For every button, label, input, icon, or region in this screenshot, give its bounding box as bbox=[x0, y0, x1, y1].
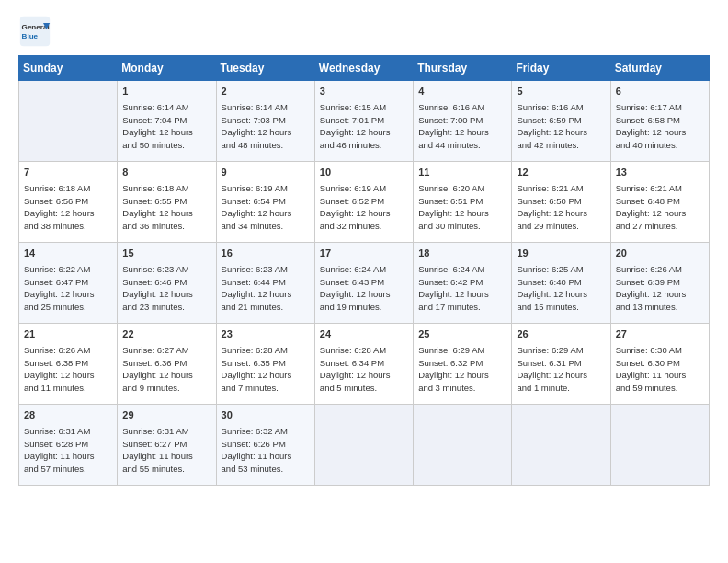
day-info-line: and 59 minutes. bbox=[616, 383, 678, 393]
day-info-line: Sunrise: 6:22 AM bbox=[24, 264, 90, 274]
day-info-line: Sunrise: 6:15 AM bbox=[320, 102, 386, 112]
day-info-line: and 7 minutes. bbox=[222, 383, 279, 393]
calendar-cell bbox=[512, 405, 610, 486]
day-info-line: and 15 minutes. bbox=[517, 302, 579, 312]
day-info-line: Sunrise: 6:26 AM bbox=[616, 264, 682, 274]
day-info-line: Sunset: 6:59 PM bbox=[517, 115, 581, 125]
day-info-line: Sunrise: 6:26 AM bbox=[24, 345, 90, 355]
day-number: 12 bbox=[517, 166, 605, 180]
day-info-line: Sunrise: 6:27 AM bbox=[122, 345, 188, 355]
calendar-cell: 2Sunrise: 6:14 AMSunset: 7:03 PMDaylight… bbox=[216, 81, 314, 162]
day-info-line: Sunrise: 6:18 AM bbox=[122, 183, 188, 193]
day-info-line: Sunset: 6:44 PM bbox=[222, 277, 286, 287]
calendar-cell: 28Sunrise: 6:31 AMSunset: 6:28 PMDayligh… bbox=[19, 405, 118, 486]
col-header-saturday: Saturday bbox=[610, 56, 709, 81]
day-number: 28 bbox=[24, 408, 112, 423]
calendar-cell: 30Sunrise: 6:32 AMSunset: 6:26 PMDayligh… bbox=[216, 405, 314, 486]
calendar-cell: 26Sunrise: 6:29 AMSunset: 6:31 PMDayligh… bbox=[512, 324, 610, 405]
day-number: 1 bbox=[122, 85, 210, 99]
day-info-line: Daylight: 12 hours bbox=[517, 208, 587, 218]
day-info-line: Daylight: 11 hours bbox=[616, 370, 687, 380]
day-info-line: and 3 minutes. bbox=[418, 383, 475, 393]
col-header-sunday: Sunday bbox=[19, 56, 118, 81]
calendar-cell: 8Sunrise: 6:18 AMSunset: 6:55 PMDaylight… bbox=[118, 162, 216, 243]
calendar-cell: 16Sunrise: 6:23 AMSunset: 6:44 PMDayligh… bbox=[216, 243, 314, 324]
calendar-cell bbox=[19, 81, 118, 162]
day-info-line: and 13 minutes. bbox=[616, 302, 678, 312]
day-info-line: Sunrise: 6:16 AM bbox=[418, 102, 484, 112]
day-info-line: and 53 minutes. bbox=[222, 464, 284, 474]
calendar-cell: 14Sunrise: 6:22 AMSunset: 6:47 PMDayligh… bbox=[19, 243, 118, 324]
calendar-cell: 18Sunrise: 6:24 AMSunset: 6:42 PMDayligh… bbox=[414, 243, 512, 324]
calendar-cell: 17Sunrise: 6:24 AMSunset: 6:43 PMDayligh… bbox=[314, 243, 413, 324]
day-number: 24 bbox=[320, 327, 408, 342]
day-info-line: Daylight: 12 hours bbox=[222, 370, 292, 380]
day-info-line: and 34 minutes. bbox=[222, 221, 284, 231]
calendar-cell: 15Sunrise: 6:23 AMSunset: 6:46 PMDayligh… bbox=[118, 243, 216, 324]
day-number: 18 bbox=[418, 247, 506, 261]
day-info-line: and 40 minutes. bbox=[616, 140, 678, 150]
day-info-line: Sunrise: 6:21 AM bbox=[616, 183, 682, 193]
day-info-line: Daylight: 12 hours bbox=[320, 370, 391, 380]
calendar-cell bbox=[610, 405, 709, 486]
col-header-thursday: Thursday bbox=[414, 56, 512, 81]
day-number: 20 bbox=[616, 247, 704, 261]
day-info-line: Sunrise: 6:28 AM bbox=[320, 345, 386, 355]
calendar-cell: 4Sunrise: 6:16 AMSunset: 7:00 PMDaylight… bbox=[414, 81, 512, 162]
day-number: 15 bbox=[122, 247, 210, 261]
day-info-line: and 44 minutes. bbox=[418, 140, 481, 150]
day-info-line: Sunrise: 6:31 AM bbox=[24, 426, 90, 436]
day-info-line: Daylight: 12 hours bbox=[517, 370, 587, 380]
day-number: 22 bbox=[122, 327, 210, 342]
day-info-line: Daylight: 12 hours bbox=[616, 127, 687, 137]
day-info-line: and 1 minute. bbox=[517, 383, 570, 393]
day-info-line: Sunrise: 6:21 AM bbox=[517, 183, 583, 193]
day-info-line: and 42 minutes. bbox=[517, 140, 579, 150]
day-info-line: Sunset: 6:31 PM bbox=[517, 358, 581, 368]
day-info-line: Sunrise: 6:20 AM bbox=[418, 183, 484, 193]
day-info-line: Sunset: 6:26 PM bbox=[222, 439, 286, 449]
day-number: 16 bbox=[222, 247, 310, 261]
day-info-line: Daylight: 12 hours bbox=[320, 208, 391, 218]
col-header-tuesday: Tuesday bbox=[216, 56, 314, 81]
day-info-line: Sunset: 6:43 PM bbox=[320, 277, 384, 287]
calendar-cell: 10Sunrise: 6:19 AMSunset: 6:52 PMDayligh… bbox=[314, 162, 413, 243]
day-info-line: Sunset: 6:48 PM bbox=[616, 196, 680, 206]
day-info-line: Sunset: 6:54 PM bbox=[222, 196, 286, 206]
day-info-line: Sunrise: 6:24 AM bbox=[418, 264, 484, 274]
day-info-line: and 48 minutes. bbox=[222, 140, 284, 150]
day-info-line: Sunset: 6:46 PM bbox=[122, 277, 187, 287]
calendar-cell: 5Sunrise: 6:16 AMSunset: 6:59 PMDaylight… bbox=[512, 81, 610, 162]
day-info-line: and 11 minutes. bbox=[24, 383, 86, 393]
calendar-cell: 9Sunrise: 6:19 AMSunset: 6:54 PMDaylight… bbox=[216, 162, 314, 243]
day-info-line: Daylight: 12 hours bbox=[320, 289, 391, 299]
day-info-line: Daylight: 12 hours bbox=[222, 127, 292, 137]
day-info-line: Daylight: 12 hours bbox=[122, 208, 193, 218]
calendar-cell: 19Sunrise: 6:25 AMSunset: 6:40 PMDayligh… bbox=[512, 243, 610, 324]
day-info-line: Daylight: 12 hours bbox=[24, 208, 95, 218]
day-info-line: Sunrise: 6:18 AM bbox=[24, 183, 90, 193]
day-info-line: Sunrise: 6:19 AM bbox=[320, 183, 386, 193]
day-number: 4 bbox=[418, 85, 506, 99]
day-info-line: Daylight: 12 hours bbox=[222, 208, 292, 218]
day-info-line: Sunset: 6:56 PM bbox=[24, 196, 88, 206]
day-info-line: Sunrise: 6:29 AM bbox=[517, 345, 583, 355]
day-info-line: and 5 minutes. bbox=[320, 383, 377, 393]
day-info-line: Sunset: 6:42 PM bbox=[418, 277, 483, 287]
day-info-line: Daylight: 12 hours bbox=[616, 289, 687, 299]
day-info-line: Sunset: 6:51 PM bbox=[418, 196, 483, 206]
svg-text:Blue: Blue bbox=[22, 32, 39, 40]
day-info-line: Sunset: 6:28 PM bbox=[24, 439, 88, 449]
day-info-line: Sunset: 7:04 PM bbox=[122, 115, 187, 125]
day-info-line: Sunset: 6:34 PM bbox=[320, 358, 384, 368]
calendar-cell: 21Sunrise: 6:26 AMSunset: 6:38 PMDayligh… bbox=[19, 324, 118, 405]
day-info-line: Daylight: 11 hours bbox=[122, 451, 193, 461]
day-info-line: Sunset: 6:30 PM bbox=[616, 358, 680, 368]
day-info-line: Daylight: 11 hours bbox=[24, 451, 95, 461]
day-info-line: and 55 minutes. bbox=[122, 464, 185, 474]
day-info-line: and 21 minutes. bbox=[222, 302, 284, 312]
day-number: 26 bbox=[517, 327, 605, 342]
day-info-line: Daylight: 12 hours bbox=[24, 370, 95, 380]
day-info-line: Daylight: 12 hours bbox=[616, 208, 687, 218]
day-info-line: Sunrise: 6:29 AM bbox=[418, 345, 484, 355]
